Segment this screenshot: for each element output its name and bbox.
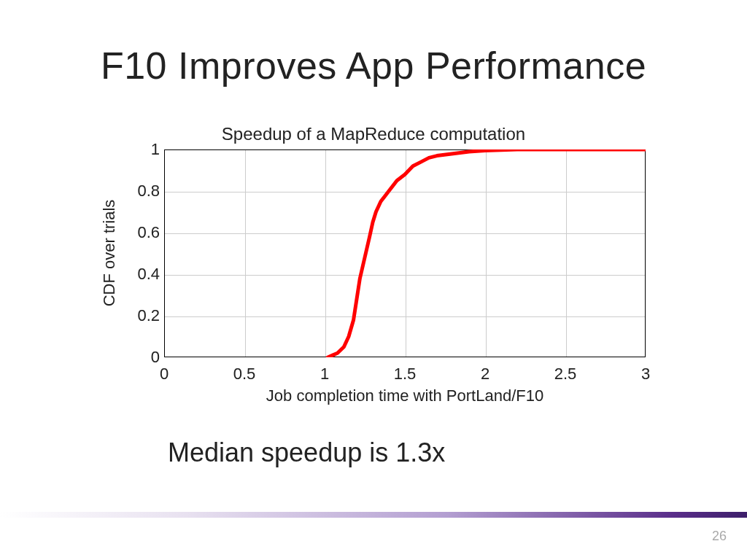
y-tick-label: 0.4 <box>116 265 160 284</box>
chart-caption: Median speedup is 1.3x <box>168 438 445 468</box>
x-tick-label: 2 <box>456 365 514 384</box>
x-tick-label: 0 <box>135 365 193 384</box>
grid-line <box>325 150 326 357</box>
y-tick-label: 0.6 <box>116 223 160 242</box>
slide-title: F10 Improves App Performance <box>0 44 747 88</box>
x-tick-label: 1.5 <box>376 365 434 384</box>
page-number: 26 <box>712 529 727 544</box>
grid-line <box>406 150 406 357</box>
grid-line <box>566 150 567 357</box>
chart-title: Speedup of a MapReduce computation <box>0 124 747 144</box>
x-tick-label: 0.5 <box>215 365 274 384</box>
x-tick-label: 2.5 <box>536 365 595 384</box>
y-tick-label: 0.8 <box>116 182 160 201</box>
x-tick-label: 3 <box>616 365 675 384</box>
chart-plot-area <box>164 149 646 357</box>
grid-line <box>165 192 645 192</box>
grid-line <box>165 275 645 276</box>
grid-line <box>165 316 645 317</box>
y-axis-label: CDF over trials <box>100 200 119 307</box>
grid-line <box>486 150 487 357</box>
grid-line <box>245 150 246 357</box>
y-tick-label: 0.2 <box>116 306 160 325</box>
x-axis-label: Job completion time with PortLand/F10 <box>164 386 646 405</box>
x-tick-label: 1 <box>295 365 354 384</box>
y-tick-label: 1 <box>116 140 160 159</box>
grid-line <box>165 233 645 234</box>
y-tick-label: 0 <box>116 348 160 367</box>
footer-divider <box>0 512 747 518</box>
